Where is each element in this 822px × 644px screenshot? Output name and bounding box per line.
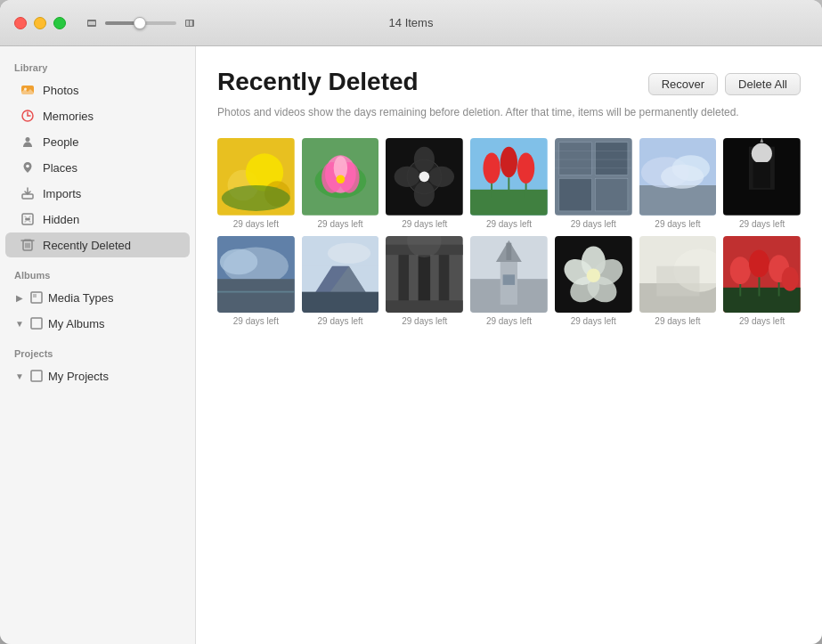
photo-thumbnail [723,236,801,314]
days-left-label: 29 days left [571,316,616,326]
zoom-slider-area [84,15,198,31]
days-left-label: 29 days left [402,219,447,229]
list-item[interactable]: 29 days left [723,138,801,229]
photo-thumbnail [470,138,548,216]
close-button[interactable] [14,17,27,29]
svg-rect-101 [656,265,699,296]
svg-rect-52 [559,178,592,211]
photo-thumbnail [217,236,295,314]
photos-grid: 29 days left [217,138,801,326]
sidebar-item-my-projects[interactable]: ▼ My Projects [5,363,190,388]
list-item[interactable]: 29 days left [386,236,463,327]
list-item[interactable]: 29 days left [302,138,379,229]
photo-thumbnail [555,236,632,314]
sidebar-item-hidden[interactable]: Hidden [5,207,190,232]
days-left-label: 29 days left [739,316,785,326]
svg-point-33 [336,175,345,183]
sidebar-item-my-albums[interactable]: ▼ My Albums [5,311,190,336]
list-item[interactable]: 29 days left [639,138,717,229]
list-item[interactable]: 29 days left [470,138,548,229]
svg-point-45 [517,152,534,183]
svg-point-8 [26,137,30,142]
window-title: 14 Items [389,16,434,29]
sidebar-item-places[interactable]: Places [5,155,190,180]
my-albums-icon [28,315,45,331]
svg-rect-89 [507,242,512,259]
photo-thumbnail [470,236,548,314]
content-area: Recently Deleted Recover Delete All Phot… [196,46,822,644]
sidebar-item-photos[interactable]: Photos [5,77,190,102]
photo-thumbnail [386,138,463,216]
svg-rect-1 [88,21,95,25]
my-albums-label: My Albums [48,317,105,330]
days-left-label: 29 days left [486,316,532,326]
list-item[interactable]: 29 days left [555,236,632,327]
minimize-button[interactable] [34,17,46,29]
sidebar-item-media-types[interactable]: ▶ Media Types [5,285,190,310]
recently-deleted-label: Recently Deleted [43,239,131,252]
content-subtitle: Photos and videos show the days remainin… [217,105,801,120]
list-item[interactable]: 29 days left [470,236,548,327]
days-left-label: 29 days left [317,316,362,326]
svg-rect-50 [559,143,592,175]
collapse-icon: ▼ [14,318,25,329]
svg-rect-65 [753,162,770,188]
my-projects-icon [28,368,45,384]
days-left-label: 29 days left [739,219,785,229]
projects-section: Projects ▼ My Projects [0,343,195,388]
people-label: People [43,135,78,149]
days-left-label: 29 days left [233,219,279,229]
hidden-icon [20,211,36,227]
list-item[interactable]: 29 days left [386,138,463,229]
zoom-out-icon [84,15,100,31]
photo-thumbnail [302,138,379,216]
list-item[interactable]: 29 days left [217,236,295,327]
media-types-label: Media Types [48,291,113,305]
svg-point-105 [749,249,769,277]
svg-rect-75 [302,291,379,313]
photo-thumbnail [639,236,717,314]
svg-point-69 [220,249,257,274]
svg-point-39 [395,167,420,187]
svg-rect-81 [439,253,450,305]
delete-all-button[interactable]: Delete All [725,73,801,95]
places-icon [20,159,36,175]
content-header: Recently Deleted Recover Delete All [217,68,801,96]
maximize-button[interactable] [53,17,66,29]
svg-point-61 [661,165,704,189]
svg-point-38 [414,181,435,207]
svg-rect-103 [723,287,801,313]
projects-section-label: Projects [0,343,195,363]
photo-thumbnail [386,236,463,314]
svg-rect-4 [190,20,192,26]
svg-rect-20 [31,318,42,329]
photo-thumbnail [639,138,717,216]
svg-point-37 [429,167,455,187]
zoom-slider[interactable] [105,21,176,25]
list-item[interactable]: 29 days left [639,236,717,327]
photo-thumbnail [217,138,295,216]
photos-icon [20,82,36,98]
sidebar-item-people[interactable]: People [5,129,190,154]
deleted-icon [20,237,36,253]
sidebar-item-imports[interactable]: Imports [5,181,190,206]
sidebar-item-memories[interactable]: Memories [5,103,190,128]
days-left-label: 29 days left [233,316,279,326]
svg-point-36 [414,146,435,172]
list-item[interactable]: 29 days left [723,236,801,327]
imports-label: Imports [43,187,81,200]
list-item[interactable]: 29 days left [302,236,379,327]
memories-label: Memories [43,110,94,123]
list-item[interactable]: 29 days left [555,138,632,229]
titlebar: 14 Items [0,0,822,46]
sidebar-item-recently-deleted[interactable]: Recently Deleted [5,232,190,257]
albums-section-label: Albums [0,265,195,284]
app-window: 14 Items Library Photos Memories [0,0,822,644]
expand-icon: ▶ [14,292,25,303]
recover-button[interactable]: Recover [648,73,718,95]
main-content: Library Photos Memories People [0,46,822,644]
list-item[interactable]: 29 days left [217,138,295,229]
svg-point-40 [419,171,430,182]
days-left-label: 29 days left [571,219,616,229]
svg-point-64 [752,143,772,164]
